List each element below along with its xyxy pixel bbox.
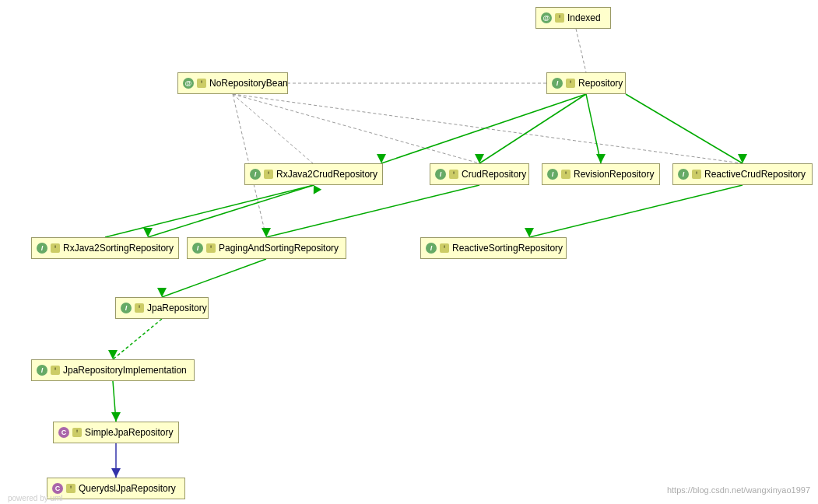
sub-icon-crud: ꜝ xyxy=(449,170,458,179)
svg-line-14 xyxy=(626,94,743,163)
svg-line-18 xyxy=(266,185,479,237)
svg-line-24 xyxy=(113,319,162,359)
label-norepositorybean: NoRepositoryBean xyxy=(209,78,288,89)
watermark2: powered by uml xyxy=(8,494,63,502)
svg-line-12 xyxy=(586,94,601,163)
sub-icon-revision: ꜝ xyxy=(561,170,570,179)
icon-i-crud: I xyxy=(435,169,446,180)
icon-i-reactivesorting: I xyxy=(426,243,437,254)
node-querydsljparepo: C ꜝ QuerydslJpaRepository xyxy=(47,478,185,499)
svg-marker-29 xyxy=(111,468,121,478)
node-crudrepo: I ꜝ CrudRepository xyxy=(430,163,529,185)
label-jparepo-impl: JpaRepositoryImplementation xyxy=(63,365,187,376)
svg-marker-23 xyxy=(157,288,167,297)
node-rxjava2sortingrepo: I ꜝ RxJava2SortingRepository xyxy=(31,237,179,259)
node-rxjava2crudrepo: I ꜝ RxJava2CrudRepository xyxy=(244,163,383,185)
diagram-container: @ ꜝ Indexed @ ꜝ NoRepositoryBean I ꜝ Rep… xyxy=(0,0,818,504)
watermark: https://blog.csdn.net/wangxinyao1997 xyxy=(667,485,810,495)
icon-i-pagingsorting: I xyxy=(192,243,203,254)
icon-i-jpaimpl: I xyxy=(37,365,47,376)
sub-icon-jpa: ꜝ xyxy=(135,303,144,313)
node-reactivesortingrepo: I ꜝ ReactiveSortingRepository xyxy=(420,237,567,259)
sub-icon-repository: ꜝ xyxy=(566,79,575,88)
svg-line-20 xyxy=(529,185,743,237)
label-crudrepo: CrudRepository xyxy=(462,169,526,180)
node-jparepo: I ꜝ JpaRepository xyxy=(115,297,209,319)
node-repository: I ꜝ Repository xyxy=(546,72,626,94)
icon-c-simplejpa: C xyxy=(58,427,69,438)
icon-at-indexed: @ xyxy=(541,12,552,23)
sub-icon-rxjava2crud: ꜝ xyxy=(264,170,273,179)
svg-line-8 xyxy=(381,94,586,163)
svg-line-0 xyxy=(576,29,586,72)
label-rxjava2crudrepo: RxJava2CrudRepository xyxy=(276,169,377,180)
icon-i-jpa: I xyxy=(121,303,132,313)
svg-line-6 xyxy=(105,185,314,237)
node-indexed: @ ꜝ Indexed xyxy=(535,7,611,29)
icon-i-revision: I xyxy=(547,169,558,180)
sub-icon-querydsljpa: ꜝ xyxy=(66,484,75,493)
node-simplejparepo: C ꜝ SimpleJpaRepository xyxy=(53,422,179,443)
icon-i-repository: I xyxy=(552,78,563,89)
icon-c-querydsljpa: C xyxy=(52,483,63,494)
svg-line-1 xyxy=(233,94,313,163)
sub-icon-pagingsorting: ꜝ xyxy=(206,243,216,253)
label-reactivecrudrepo: ReactiveCrudRepository xyxy=(704,169,806,180)
svg-marker-25 xyxy=(108,350,118,359)
svg-line-2 xyxy=(233,94,479,163)
label-reactivesortingrepo: ReactiveSortingRepository xyxy=(452,243,563,254)
label-repository: Repository xyxy=(578,78,623,89)
sub-icon-simplejpa: ꜝ xyxy=(72,428,82,437)
icon-i-rxjava2crud: I xyxy=(250,169,261,180)
svg-marker-13 xyxy=(596,154,606,163)
sub-icon-rxjava2sorting: ꜝ xyxy=(51,243,60,253)
node-jparepo-impl: I ꜝ JpaRepositoryImplementation xyxy=(31,359,195,381)
label-querydsljparepo: QuerydslJpaRepository xyxy=(79,483,176,494)
label-rxjava2sortingrepo: RxJava2SortingRepository xyxy=(63,243,174,254)
svg-marker-27 xyxy=(111,412,121,422)
svg-marker-19 xyxy=(262,228,271,237)
sub-icon-reactivecrud: ꜝ xyxy=(692,170,701,179)
icon-i-reactivecrud: I xyxy=(678,169,689,180)
node-norepositorybean: @ ꜝ NoRepositoryBean xyxy=(177,72,288,94)
svg-marker-15 xyxy=(738,154,747,163)
svg-line-22 xyxy=(162,259,266,297)
node-revisionrepo: I ꜝ RevisionRepository xyxy=(542,163,660,185)
sub-icon-jpaimpl: ꜝ xyxy=(51,366,60,375)
svg-marker-21 xyxy=(525,228,534,237)
node-reactivecrudrepo: I ꜝ ReactiveCrudRepository xyxy=(672,163,813,185)
label-revisionrepo: RevisionRepository xyxy=(574,169,654,180)
sub-icon-indexed: ꜝ xyxy=(555,13,564,23)
label-indexed: Indexed xyxy=(567,12,601,23)
icon-at-nrb: @ xyxy=(183,78,194,89)
icon-i-rxjava2sorting: I xyxy=(37,243,47,254)
svg-marker-9 xyxy=(377,154,386,163)
svg-line-5 xyxy=(233,94,742,163)
node-pagingandsortingrepo: I ꜝ PagingAndSortingRepository xyxy=(187,237,346,259)
label-jparepo: JpaRepository xyxy=(147,303,207,313)
svg-marker-17 xyxy=(143,228,153,237)
sub-icon-nrb: ꜝ xyxy=(197,79,206,88)
svg-line-10 xyxy=(479,94,586,163)
sub-icon-reactivesorting: ꜝ xyxy=(440,243,449,253)
svg-marker-11 xyxy=(475,154,484,163)
svg-line-16 xyxy=(148,185,314,237)
label-pagingandsortingrepo: PagingAndSortingRepository xyxy=(219,243,339,254)
svg-line-26 xyxy=(113,381,116,422)
label-simplejparepo: SimpleJpaRepository xyxy=(85,427,173,438)
